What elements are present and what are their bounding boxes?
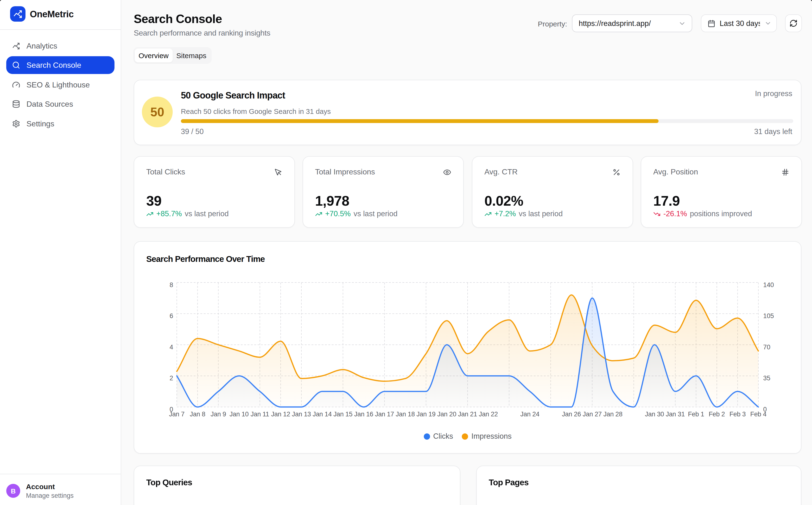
svg-text:Jan 31: Jan 31 xyxy=(666,410,685,418)
svg-text:Jan 27: Jan 27 xyxy=(583,410,602,418)
svg-text:Jan 10: Jan 10 xyxy=(229,410,248,418)
svg-text:Jan 22: Jan 22 xyxy=(479,410,498,418)
svg-text:4: 4 xyxy=(169,344,173,351)
svg-text:Jan 12: Jan 12 xyxy=(271,410,290,418)
svg-text:Feb 4: Feb 4 xyxy=(750,410,767,418)
svg-text:Feb 3: Feb 3 xyxy=(729,410,746,418)
svg-text:Jan 20: Jan 20 xyxy=(437,410,456,418)
svg-text:Feb 1: Feb 1 xyxy=(688,410,704,418)
svg-text:Jan 9: Jan 9 xyxy=(211,410,226,418)
svg-text:Jan 26: Jan 26 xyxy=(562,410,581,418)
svg-text:2: 2 xyxy=(169,374,173,382)
svg-text:Jan 14: Jan 14 xyxy=(313,410,332,418)
svg-text:Jan 30: Jan 30 xyxy=(645,410,664,418)
svg-text:Jan 11: Jan 11 xyxy=(251,410,269,418)
svg-text:Jan 24: Jan 24 xyxy=(520,410,540,418)
svg-text:Jan 15: Jan 15 xyxy=(333,410,352,418)
svg-text:8: 8 xyxy=(169,281,173,289)
svg-text:Feb 2: Feb 2 xyxy=(709,410,725,418)
svg-text:Jan 28: Jan 28 xyxy=(603,410,622,418)
svg-text:Jan 7: Jan 7 xyxy=(169,410,185,418)
svg-text:Jan 8: Jan 8 xyxy=(190,410,205,418)
svg-text:105: 105 xyxy=(763,312,774,320)
svg-text:6: 6 xyxy=(169,312,173,320)
svg-text:Jan 18: Jan 18 xyxy=(396,410,415,418)
svg-text:70: 70 xyxy=(763,344,771,351)
svg-text:Jan 17: Jan 17 xyxy=(375,410,394,418)
svg-text:Jan 13: Jan 13 xyxy=(292,410,311,418)
svg-text:Jan 21: Jan 21 xyxy=(458,410,477,418)
svg-text:35: 35 xyxy=(763,374,771,382)
svg-text:Jan 16: Jan 16 xyxy=(354,410,373,418)
svg-text:Jan 19: Jan 19 xyxy=(417,410,436,418)
svg-text:140: 140 xyxy=(763,281,774,289)
